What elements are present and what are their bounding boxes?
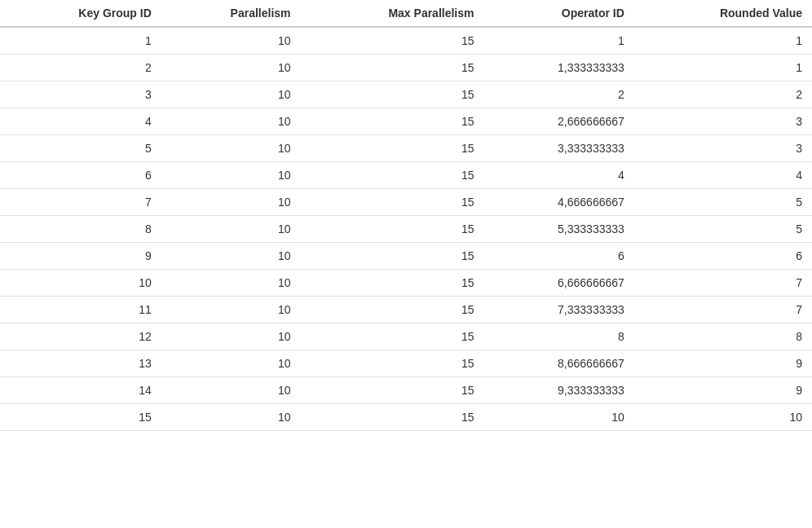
cell-row5-rounded_value: 3 xyxy=(634,135,812,162)
cell-row13-operator_id: 8,666666667 xyxy=(483,350,633,377)
cell-row8-max_parallelism: 15 xyxy=(301,216,484,243)
cell-row7-operator_id: 4,666666667 xyxy=(483,189,633,216)
table-row: 210151,3333333331 xyxy=(0,55,812,81)
cell-row2-rounded_value: 1 xyxy=(634,55,812,81)
table-row: 710154,6666666675 xyxy=(0,189,812,216)
cell-row5-max_parallelism: 15 xyxy=(301,135,484,162)
table-row: 410152,6666666673 xyxy=(0,108,812,135)
cell-row13-parallelism: 10 xyxy=(161,350,301,377)
table-row: 6101544 xyxy=(0,162,812,189)
cell-row3-key_group_id: 3 xyxy=(0,81,161,108)
col-header-parallelism: Parallelism xyxy=(161,0,301,27)
cell-row8-key_group_id: 8 xyxy=(0,216,161,243)
cell-row2-key_group_id: 2 xyxy=(0,55,161,81)
cell-row9-operator_id: 6 xyxy=(483,243,633,270)
col-header-rounded-value: Rounded Value xyxy=(634,0,812,27)
cell-row3-operator_id: 2 xyxy=(483,81,633,108)
cell-row15-max_parallelism: 15 xyxy=(301,404,484,431)
cell-row7-rounded_value: 5 xyxy=(634,189,812,216)
table-row: 1410159,3333333339 xyxy=(0,377,812,404)
cell-row12-key_group_id: 12 xyxy=(0,323,161,350)
cell-row10-key_group_id: 10 xyxy=(0,270,161,297)
cell-row3-parallelism: 10 xyxy=(161,81,301,108)
cell-row10-rounded_value: 7 xyxy=(634,270,812,297)
cell-row14-operator_id: 9,333333333 xyxy=(483,377,633,404)
cell-row3-max_parallelism: 15 xyxy=(301,81,484,108)
cell-row8-parallelism: 10 xyxy=(161,216,301,243)
cell-row15-operator_id: 10 xyxy=(483,404,633,431)
cell-row4-operator_id: 2,666666667 xyxy=(483,108,633,135)
cell-row1-parallelism: 10 xyxy=(161,27,301,55)
cell-row11-operator_id: 7,333333333 xyxy=(483,297,633,323)
cell-row6-key_group_id: 6 xyxy=(0,162,161,189)
cell-row4-parallelism: 10 xyxy=(161,108,301,135)
cell-row11-parallelism: 10 xyxy=(161,297,301,323)
cell-row12-operator_id: 8 xyxy=(483,323,633,350)
table-row: 1101511 xyxy=(0,27,812,55)
cell-row2-parallelism: 10 xyxy=(161,55,301,81)
cell-row3-rounded_value: 2 xyxy=(634,81,812,108)
table-row: 3101522 xyxy=(0,81,812,108)
cell-row2-max_parallelism: 15 xyxy=(301,55,484,81)
cell-row5-parallelism: 10 xyxy=(161,135,301,162)
cell-row10-operator_id: 6,666666667 xyxy=(483,270,633,297)
cell-row5-key_group_id: 5 xyxy=(0,135,161,162)
cell-row13-max_parallelism: 15 xyxy=(301,350,484,377)
cell-row11-rounded_value: 7 xyxy=(634,297,812,323)
table-row: 9101566 xyxy=(0,243,812,270)
cell-row14-key_group_id: 14 xyxy=(0,377,161,404)
cell-row11-key_group_id: 11 xyxy=(0,297,161,323)
cell-row1-operator_id: 1 xyxy=(483,27,633,55)
cell-row9-max_parallelism: 15 xyxy=(301,243,484,270)
cell-row15-rounded_value: 10 xyxy=(634,404,812,431)
cell-row9-rounded_value: 6 xyxy=(634,243,812,270)
cell-row2-operator_id: 1,333333333 xyxy=(483,55,633,81)
col-header-operator-id: Operator ID xyxy=(483,0,633,27)
cell-row7-max_parallelism: 15 xyxy=(301,189,484,216)
table-row: 1510151010 xyxy=(0,404,812,431)
cell-row14-rounded_value: 9 xyxy=(634,377,812,404)
table-body: 1101511210151,33333333313101522410152,66… xyxy=(0,27,812,431)
cell-row10-max_parallelism: 15 xyxy=(301,270,484,297)
cell-row13-rounded_value: 9 xyxy=(634,350,812,377)
cell-row4-rounded_value: 3 xyxy=(634,108,812,135)
cell-row8-rounded_value: 5 xyxy=(634,216,812,243)
col-header-max-parallelism: Max Parallelism xyxy=(301,0,484,27)
cell-row6-operator_id: 4 xyxy=(483,162,633,189)
cell-row6-max_parallelism: 15 xyxy=(301,162,484,189)
cell-row12-rounded_value: 8 xyxy=(634,323,812,350)
table-header-row: Key Group ID Parallelism Max Parallelism… xyxy=(0,0,812,27)
cell-row1-max_parallelism: 15 xyxy=(301,27,484,55)
cell-row12-parallelism: 10 xyxy=(161,323,301,350)
cell-row12-max_parallelism: 15 xyxy=(301,323,484,350)
cell-row6-rounded_value: 4 xyxy=(634,162,812,189)
cell-row4-max_parallelism: 15 xyxy=(301,108,484,135)
cell-row7-parallelism: 10 xyxy=(161,189,301,216)
cell-row11-max_parallelism: 15 xyxy=(301,297,484,323)
cell-row13-key_group_id: 13 xyxy=(0,350,161,377)
table-container: Key Group ID Parallelism Max Parallelism… xyxy=(0,0,812,431)
cell-row15-key_group_id: 15 xyxy=(0,404,161,431)
cell-row15-parallelism: 10 xyxy=(161,404,301,431)
table-row: 810155,3333333335 xyxy=(0,216,812,243)
table-row: 1110157,3333333337 xyxy=(0,297,812,323)
cell-row1-rounded_value: 1 xyxy=(634,27,812,55)
cell-row4-key_group_id: 4 xyxy=(0,108,161,135)
cell-row9-parallelism: 10 xyxy=(161,243,301,270)
col-header-key-group-id: Key Group ID xyxy=(0,0,161,27)
cell-row5-operator_id: 3,333333333 xyxy=(483,135,633,162)
cell-row8-operator_id: 5,333333333 xyxy=(483,216,633,243)
cell-row14-max_parallelism: 15 xyxy=(301,377,484,404)
table-row: 510153,3333333333 xyxy=(0,135,812,162)
table-row: 1010156,6666666677 xyxy=(0,270,812,297)
cell-row1-key_group_id: 1 xyxy=(0,27,161,55)
cell-row14-parallelism: 10 xyxy=(161,377,301,404)
cell-row10-parallelism: 10 xyxy=(161,270,301,297)
cell-row9-key_group_id: 9 xyxy=(0,243,161,270)
cell-row6-parallelism: 10 xyxy=(161,162,301,189)
table-row: 12101588 xyxy=(0,323,812,350)
data-table: Key Group ID Parallelism Max Parallelism… xyxy=(0,0,812,431)
cell-row7-key_group_id: 7 xyxy=(0,189,161,216)
table-row: 1310158,6666666679 xyxy=(0,350,812,377)
